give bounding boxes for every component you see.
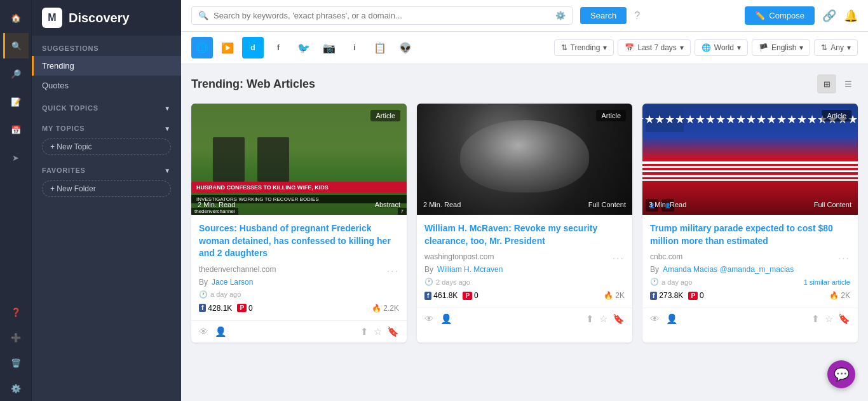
- favorites-label: FAVORITES ▼: [32, 158, 181, 178]
- article-2-image: Article 2 Min. Read Full Content: [417, 104, 632, 215]
- article-1-author[interactable]: Jace Larson: [212, 278, 253, 287]
- article-3-source: cnbc.com: [650, 252, 682, 261]
- share-icon[interactable]: 🔗: [822, 9, 836, 23]
- content-header: Trending: Web Articles ⊞ ☰: [191, 74, 858, 93]
- news-network-1: 7: [398, 208, 407, 215]
- info-filter-btn[interactable]: i: [344, 37, 365, 58]
- star-icon-2[interactable]: ☆: [599, 313, 607, 325]
- article-1-fb-count: 428.1K: [208, 304, 232, 313]
- article-2-author[interactable]: William H. Mcraven: [437, 265, 503, 274]
- facebook-icon-1: f: [199, 304, 206, 312]
- article-3-action-left: 👁 👤: [650, 313, 678, 325]
- article-1-fb-stat: f 428.1K: [199, 304, 232, 313]
- page-title: Trending: Web Articles: [191, 78, 315, 91]
- my-topics-label: MY TOPICS ▼: [32, 116, 181, 136]
- dailymotion-filter-btn[interactable]: d: [242, 37, 264, 58]
- globe-filter-icon: 🌐: [702, 43, 711, 52]
- share-icon-2[interactable]: ⬆: [586, 313, 594, 325]
- bookmark-icon-3[interactable]: 🔖: [838, 313, 850, 325]
- article-3-similar[interactable]: 1 similar article: [804, 278, 850, 286]
- reddit-filter-btn[interactable]: 👽: [395, 37, 416, 58]
- search-icon: 🔍: [198, 11, 208, 20]
- web-filter-btn[interactable]: 🌐: [191, 37, 213, 58]
- settings-icon-btn[interactable]: ⚙️: [3, 376, 29, 401]
- article-2-menu[interactable]: ···: [613, 253, 625, 264]
- gear-icon[interactable]: ⚙️: [555, 11, 566, 20]
- person-icon-1[interactable]: 👤: [215, 326, 227, 337]
- flickr-filter-btn[interactable]: 📷: [318, 37, 340, 58]
- twitter-filter-btn[interactable]: 🐦: [293, 37, 315, 58]
- article-1-action-left: 👁 👤: [199, 326, 227, 337]
- list-view-button[interactable]: ☰: [839, 74, 858, 93]
- news-logo-1: thedenverchannel: [191, 208, 238, 215]
- calendar-filter-icon: 📅: [625, 43, 634, 52]
- bookmark-icon-1[interactable]: 🔖: [387, 326, 399, 337]
- quick-topics-section: QUICK TOPICS ▼: [32, 95, 181, 116]
- bookmark-icon-2[interactable]: 🔖: [613, 313, 625, 325]
- language-dropdown[interactable]: 🏴 English ▾: [752, 39, 810, 56]
- search-button[interactable]: Search: [580, 7, 627, 24]
- sidebar-item-trending[interactable]: Trending: [32, 56, 181, 76]
- article-3-title[interactable]: Trump military parade expected to cost $…: [650, 222, 850, 247]
- article-3-read-time: 3 Min. Read: [649, 201, 686, 208]
- add-icon-btn[interactable]: ➕: [3, 325, 29, 350]
- quick-topics-arrow-icon: ▼: [164, 105, 171, 112]
- date-chevron-icon: ▾: [680, 43, 684, 52]
- eye-icon-2[interactable]: 👁: [424, 313, 434, 325]
- any-label: Any: [831, 43, 844, 52]
- compose-button[interactable]: ✏️ Compose: [745, 6, 815, 25]
- new-topic-button[interactable]: + New Topic: [42, 139, 171, 155]
- search-icon-btn[interactable]: 🔎: [3, 61, 29, 86]
- article-2-source: washingtonpost.com: [424, 252, 494, 261]
- article-3-author[interactable]: Amanda Macias @amanda_m_macias: [663, 265, 794, 274]
- article-1-read-time: 2 Min. Read: [198, 201, 235, 208]
- article-3-fire-stat: 🔥 2K: [829, 291, 850, 300]
- article-3-meta: By Amanda Macias @amanda_m_macias: [650, 265, 850, 274]
- clock-icon-1: 🕐: [199, 290, 208, 299]
- article-3-stats: f 273.8K P 0 🔥 2K: [650, 291, 850, 300]
- eye-icon-1[interactable]: 👁: [199, 326, 208, 337]
- eye-icon-3[interactable]: 👁: [650, 313, 660, 325]
- article-1-title[interactable]: Sources: Husband of pregnant Frederick w…: [199, 222, 399, 260]
- trash-icon-btn[interactable]: 🗑️: [3, 350, 29, 376]
- trending-dropdown[interactable]: ⇅ Trending ▾: [554, 39, 614, 56]
- compose-icon-btn[interactable]: 📝: [3, 89, 29, 114]
- star-icon-3[interactable]: ☆: [825, 313, 833, 325]
- calendar-icon-btn[interactable]: 📅: [3, 117, 29, 142]
- send-icon-btn[interactable]: ➤: [3, 145, 29, 170]
- world-dropdown[interactable]: 🌐 World ▾: [695, 39, 748, 56]
- any-dropdown[interactable]: ⇅ Any ▾: [814, 39, 858, 56]
- article-2-title[interactable]: William H. McRaven: Revoke my security c…: [424, 222, 625, 247]
- help-icon[interactable]: ?: [634, 10, 640, 22]
- date-dropdown[interactable]: 📅 Last 7 days ▾: [618, 39, 690, 56]
- article-1-body: Sources: Husband of pregnant Frederick w…: [191, 215, 407, 320]
- trending-arrows-icon: ⇅: [561, 43, 567, 52]
- article-1-badge: Article: [370, 110, 400, 121]
- notification-icon[interactable]: 🔔: [844, 9, 858, 23]
- chat-bubble-button[interactable]: 💬: [827, 360, 855, 388]
- share-icon-1[interactable]: ⬆: [360, 326, 369, 337]
- article-1-action-right: ⬆ ☆ 🔖: [360, 326, 399, 337]
- sort-filter-icon: ⇅: [821, 43, 827, 52]
- sidebar-item-quotes[interactable]: Quotes: [32, 76, 181, 95]
- home-icon-btn[interactable]: 🏠: [3, 5, 29, 31]
- new-folder-button[interactable]: + New Folder: [42, 180, 171, 197]
- app-title: Discovery: [69, 11, 130, 25]
- person-icon-3[interactable]: 👤: [666, 313, 678, 325]
- search-input[interactable]: [214, 11, 550, 20]
- article-1-menu[interactable]: ···: [387, 266, 399, 277]
- article-3-menu[interactable]: ···: [838, 253, 850, 264]
- discovery-icon-btn[interactable]: 🔍: [3, 33, 29, 58]
- person-icon-2[interactable]: 👤: [440, 313, 452, 325]
- question-icon-btn[interactable]: ❓: [3, 299, 29, 325]
- facebook-filter-btn[interactable]: f: [268, 37, 289, 58]
- star-icon-1[interactable]: ☆: [374, 326, 382, 337]
- youtube-filter-btn[interactable]: ▶️: [217, 37, 238, 58]
- article-2-time: 🕐 2 days ago: [424, 278, 625, 286]
- share-icon-3[interactable]: ⬆: [811, 313, 820, 325]
- favorites-section: FAVORITES ▼ + New Folder: [32, 158, 181, 200]
- news-headline-1: HUSBAND CONFESSES TO KILLING WIFE, KIDS: [191, 182, 407, 193]
- clipboard-filter-btn[interactable]: 📋: [369, 37, 391, 58]
- article-2-pin-stat: P 0: [463, 291, 478, 300]
- grid-view-button[interactable]: ⊞: [817, 74, 836, 93]
